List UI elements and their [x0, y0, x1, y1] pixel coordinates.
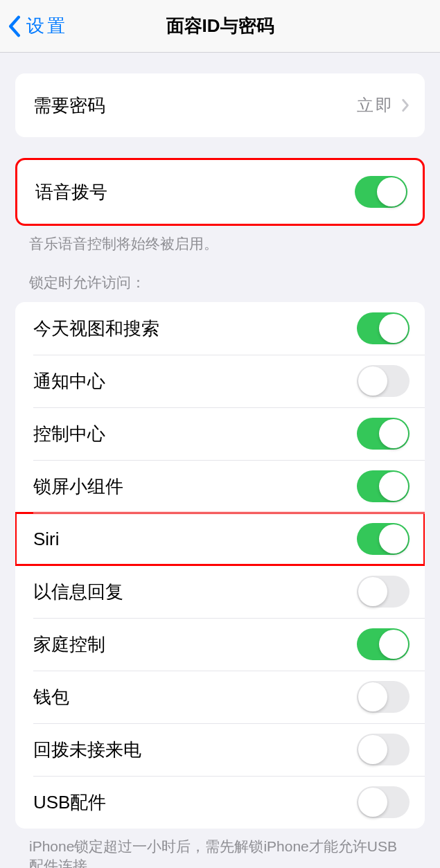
voice-dial-toggle[interactable]: [355, 176, 407, 208]
group-require-passcode: 需要密码 立即: [15, 73, 425, 137]
row-item7: 钱包: [15, 671, 425, 723]
toggle-knob: [379, 419, 408, 448]
chevron-right-icon: [401, 98, 410, 112]
toggle-item3[interactable]: [357, 470, 410, 502]
toggle-knob: [358, 366, 387, 396]
require-passcode-label: 需要密码: [33, 94, 105, 118]
row-label-item0: 今天视图和搜索: [33, 317, 159, 341]
voice-dial-footer: 音乐语音控制将始终被启用。: [0, 226, 440, 254]
toggle-item0[interactable]: [357, 312, 410, 344]
row-label-usb: USB配件: [33, 790, 106, 815]
content: 需要密码 立即 语音拨号 音乐语音控制将始终被启用。 锁定时允许访问： 今天视图…: [0, 73, 440, 868]
toggle-item7[interactable]: [357, 681, 410, 713]
group-voice-dial: 语音拨号: [15, 158, 425, 226]
row-label-item1: 通知中心: [33, 369, 105, 393]
toggle-knob: [358, 788, 387, 817]
require-passcode-value: 立即: [357, 94, 410, 116]
toggle-knob: [379, 524, 408, 553]
require-passcode-value-text: 立即: [357, 94, 394, 116]
row-item0: 今天视图和搜索: [15, 302, 425, 355]
toggle-item5[interactable]: [357, 576, 410, 608]
row-label-item3: 锁屏小组件: [33, 475, 123, 499]
row-item6: 家庭控制: [15, 618, 425, 671]
toggle-item6[interactable]: [357, 628, 410, 660]
row-item2: 控制中心: [15, 407, 425, 460]
row-label-item6: 家庭控制: [33, 632, 105, 657]
row-require-passcode[interactable]: 需要密码 立即: [15, 73, 425, 137]
toggle-item1[interactable]: [357, 365, 410, 397]
row-item8: 回拨未接来电: [15, 723, 425, 776]
row-label-item5: 以信息回复: [33, 580, 123, 604]
row-siri: Siri: [15, 513, 425, 565]
toggle-siri[interactable]: [357, 523, 410, 555]
locked-access-header: 锁定时允许访问：: [0, 254, 440, 298]
row-label-item7: 钱包: [33, 685, 69, 709]
row-label-siri: Siri: [33, 529, 60, 550]
nav-header: 设置 面容ID与密码: [0, 0, 440, 53]
locked-access-footer: iPhone锁定超过一小时后，需先解锁iPhone才能允许USB配件连接。: [0, 829, 440, 868]
group-locked-access: 今天视图和搜索通知中心控制中心锁屏小组件Siri以信息回复家庭控制钱包回拨未接来…: [15, 302, 425, 829]
row-voice-dial: 语音拨号: [17, 160, 423, 224]
toggle-item8[interactable]: [357, 734, 410, 765]
toggle-usb[interactable]: [357, 786, 410, 818]
row-label-item2: 控制中心: [33, 422, 105, 446]
row-usb: USB配件: [15, 776, 425, 829]
row-item3: 锁屏小组件: [15, 460, 425, 513]
toggle-knob: [379, 472, 408, 501]
back-button[interactable]: 设置: [0, 14, 68, 38]
toggle-knob: [377, 177, 406, 206]
voice-dial-label: 语音拨号: [35, 180, 107, 204]
row-item5: 以信息回复: [15, 565, 425, 618]
back-label: 设置: [26, 14, 68, 38]
row-item1: 通知中心: [15, 355, 425, 407]
chevron-left-icon: [8, 15, 21, 37]
row-label-item8: 回拨未接来电: [33, 738, 141, 762]
toggle-knob: [358, 682, 387, 711]
toggle-knob: [379, 630, 408, 659]
toggle-knob: [358, 577, 387, 606]
toggle-item2[interactable]: [357, 418, 410, 450]
toggle-knob: [379, 314, 408, 343]
toggle-knob: [358, 735, 387, 764]
